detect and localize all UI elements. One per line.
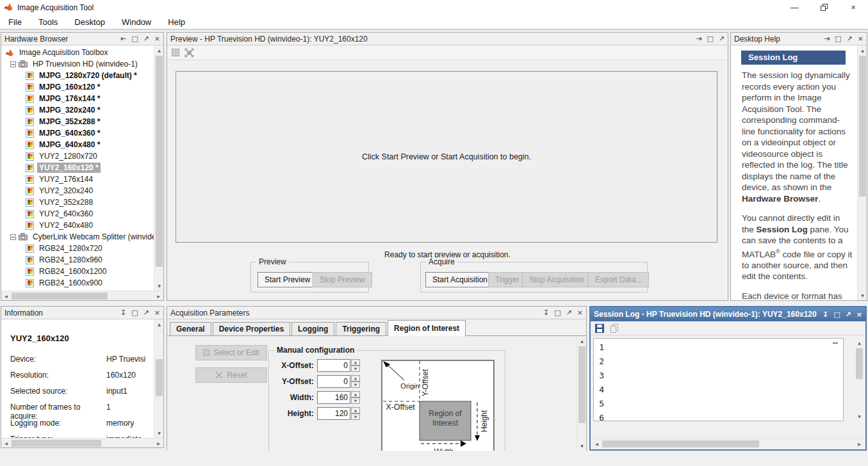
tree-item-format[interactable]: YUY2_176x144 [1, 173, 154, 185]
tree-horizontal-scrollbar[interactable]: ◀ ▶ [1, 291, 163, 300]
tree-item-format[interactable]: MJPG_352x288 * [1, 116, 154, 127]
scroll-right-arrow[interactable]: ▶ [154, 291, 163, 301]
window-minimize-button[interactable]: — [780, 0, 809, 15]
scrollbar-thumb[interactable] [602, 440, 759, 447]
tab-general[interactable]: General [170, 322, 211, 335]
save-icon[interactable] [595, 324, 604, 333]
trigger-button[interactable]: Trigger [488, 272, 527, 287]
menu-window[interactable]: Window [113, 15, 160, 29]
scroll-left-arrow[interactable]: ◀ [592, 439, 602, 449]
menu-file[interactable]: File [0, 15, 30, 29]
info-vertical-scrollbar[interactable]: ▲ ▼ [154, 319, 163, 438]
log-vertical-scrollbar[interactable]: ▲ ▼ [855, 338, 864, 421]
dock-right-icon[interactable]: ⇥ [696, 35, 701, 42]
close-panel-icon[interactable]: × [154, 35, 160, 42]
menu-help[interactable]: Help [160, 15, 193, 29]
undock-panel-icon[interactable]: ↗ [847, 35, 853, 42]
tree-item-format[interactable]: YUY2_320x240 [1, 185, 154, 197]
scrollbar-thumb[interactable] [156, 359, 163, 396]
close-panel-icon[interactable]: × [577, 309, 583, 316]
scroll-up-arrow[interactable]: ▲ [154, 319, 164, 329]
tree-item-format[interactable]: YUY2_1280x720 [1, 150, 154, 162]
copy-icon[interactable] [610, 324, 619, 333]
tree-item-format[interactable]: YUY2_352x288 [1, 197, 154, 208]
height-stepper[interactable]: ▲▼ [351, 407, 360, 420]
scroll-left-arrow[interactable]: ◀ [1, 438, 11, 448]
scrollbar-thumb[interactable] [859, 56, 866, 197]
scroll-right-arrow[interactable]: ▶ [855, 439, 864, 449]
tree-device-hp-truevision[interactable]: HP Truevision HD (winvideo-1) [1, 58, 154, 70]
tree-item-format[interactable]: RGB24_1600x1200 [1, 266, 154, 277]
scrollbar-thumb[interactable] [12, 440, 101, 447]
scrollbar-thumb[interactable] [856, 348, 863, 379]
scrollbar-thumb[interactable] [12, 293, 108, 300]
export-data-button[interactable]: Export Data... [588, 272, 649, 287]
maximize-panel-icon[interactable]: □ [131, 35, 138, 42]
close-panel-icon[interactable]: × [858, 35, 864, 42]
tree-item-format[interactable]: MJPG_160x120 * [1, 81, 154, 93]
window-restore-button[interactable] [809, 0, 839, 15]
scroll-up-arrow[interactable]: ▲ [154, 45, 164, 55]
dock-right-icon[interactable]: ⇥ [824, 35, 830, 42]
window-close-button[interactable]: × [839, 0, 868, 15]
tab-region-of-interest[interactable]: Region of Interest [388, 320, 466, 336]
height-input[interactable] [317, 407, 350, 420]
stop-preview-button[interactable]: Stop Preview [313, 272, 372, 287]
tree-item-format[interactable]: MJPG_320x240 * [1, 104, 154, 116]
scroll-down-arrow[interactable]: ▼ [855, 412, 864, 421]
scroll-down-arrow[interactable]: ▼ [154, 281, 164, 291]
maximize-panel-icon[interactable]: □ [707, 35, 713, 42]
maximize-panel-icon[interactable]: □ [835, 35, 841, 42]
select-or-edit-button[interactable]: Select or Edit [195, 345, 267, 360]
tree-item-format[interactable]: YUY2_640x480 [1, 220, 154, 231]
tab-triggering[interactable]: Triggering [336, 322, 386, 335]
tree-item-format[interactable]: RGB24_1280x720 [1, 243, 154, 254]
menu-desktop[interactable]: Desktop [66, 15, 113, 29]
undock-panel-icon[interactable]: ↗ [846, 311, 851, 318]
log-horizontal-scrollbar[interactable]: ◀ ▶ [592, 438, 864, 448]
start-acquisition-button[interactable]: Start Acquisition [425, 272, 495, 287]
scroll-up-arrow[interactable]: ▲ [577, 336, 587, 346]
reset-roi-button[interactable]: Reset [195, 367, 267, 383]
close-panel-icon[interactable]: × [856, 311, 862, 318]
scroll-up-arrow[interactable]: ▲ [858, 45, 867, 55]
y-offset-input[interactable] [317, 375, 350, 388]
start-preview-button[interactable]: Start Preview [258, 272, 317, 287]
close-panel-icon[interactable]: × [154, 309, 160, 316]
stop-acquisition-button[interactable]: Stop Acquisition [522, 272, 591, 287]
tree-root[interactable]: Image Acquisition Toolbox [1, 47, 154, 58]
maximize-panel-icon[interactable]: □ [833, 311, 840, 318]
menu-tools[interactable]: Tools [30, 15, 66, 29]
scroll-down-arrow[interactable]: ▼ [577, 441, 587, 451]
tree-item-format[interactable]: MJPG_640x360 * [1, 127, 154, 139]
minimize-panel-icon[interactable]: ↧ [120, 309, 126, 316]
tree-item-format-selected[interactable]: YUY2_160x120 * [1, 162, 154, 173]
scroll-down-arrow[interactable]: ▼ [154, 428, 164, 438]
tree-item-format[interactable]: MJPG_1280x720 (default) * [1, 70, 154, 81]
undock-panel-icon[interactable]: ↗ [143, 309, 149, 316]
maximize-panel-icon[interactable]: □ [554, 309, 561, 316]
maximize-panel-icon[interactable]: □ [131, 309, 138, 316]
undock-panel-icon[interactable]: ↗ [566, 309, 572, 316]
width-stepper[interactable]: ▲▼ [351, 391, 360, 404]
tree-device-cyberlink[interactable]: CyberLink Webcam Splitter (winvideo [1, 231, 154, 243]
scroll-up-arrow[interactable]: ▲ [855, 338, 864, 348]
y-offset-stepper[interactable]: ▲▼ [351, 375, 360, 388]
dock-left-icon[interactable]: ⇤ [120, 35, 126, 42]
roi-reset-tool-icon[interactable] [184, 48, 194, 58]
collapse-icon[interactable] [10, 234, 16, 240]
scroll-left-arrow[interactable]: ◀ [1, 291, 11, 301]
roi-select-tool-icon[interactable] [172, 49, 179, 56]
undock-panel-icon[interactable]: ↗ [143, 35, 149, 42]
scrollbar-thumb[interactable] [578, 346, 585, 423]
session-log-editor[interactable]: 1 2 3 4 5 6 7 [593, 338, 844, 421]
tree-item-format[interactable]: RGB24_1600x900 [1, 277, 154, 289]
minimize-panel-icon[interactable]: ↧ [823, 311, 828, 318]
help-vertical-scrollbar[interactable]: ▲ ▼ [857, 45, 867, 300]
tree-item-format[interactable]: YUY2_640x360 [1, 208, 154, 220]
x-offset-stepper[interactable]: ▲▼ [351, 359, 360, 372]
acq-vertical-scrollbar[interactable]: ▲ ▼ [577, 336, 586, 451]
tab-logging[interactable]: Logging [291, 322, 334, 335]
width-input[interactable] [317, 391, 350, 404]
info-horizontal-scrollbar[interactable]: ◀ ▶ [1, 438, 163, 447]
